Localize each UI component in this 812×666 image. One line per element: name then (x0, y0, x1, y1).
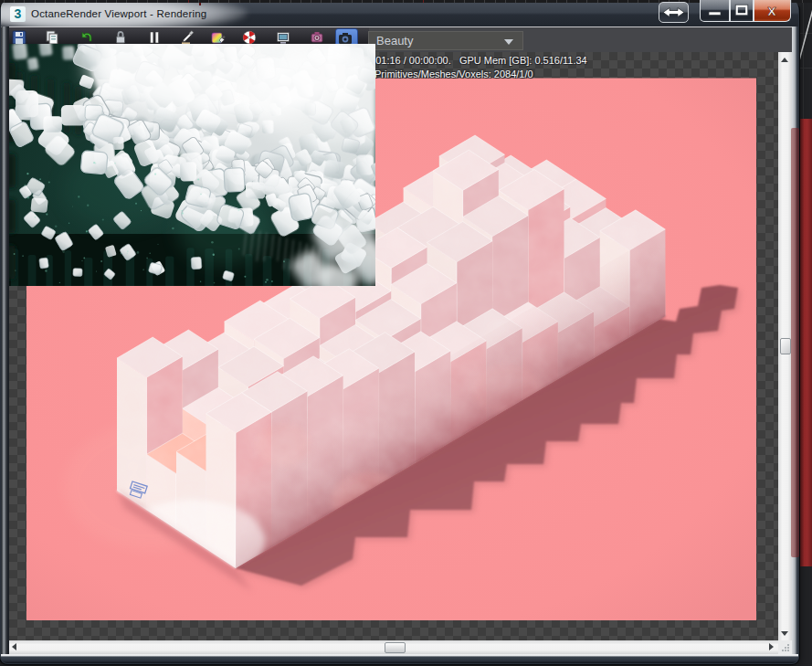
svg-text:x: x (767, 2, 776, 19)
